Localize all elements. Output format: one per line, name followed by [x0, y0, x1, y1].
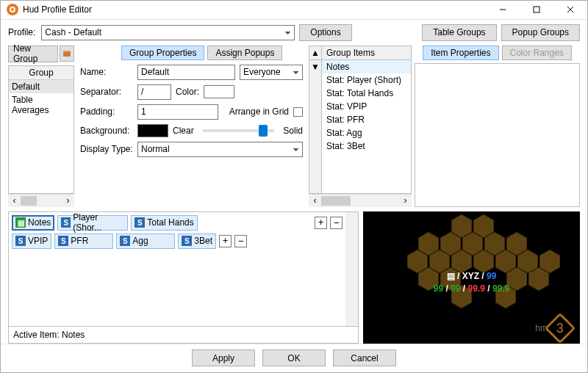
- group-item[interactable]: Stat: Total Hands: [322, 87, 411, 100]
- background-label: Background:: [80, 126, 137, 136]
- title-bar: Hud Profile Editor: [1, 1, 587, 20]
- stat-icon: S: [120, 236, 130, 246]
- preview-vpip: 99: [434, 283, 443, 294]
- stat-icon: S: [135, 217, 145, 228]
- delete-group-button[interactable]: [60, 46, 74, 62]
- scroll-right-icon[interactable]: ›: [62, 195, 74, 207]
- tab-group-properties[interactable]: Group Properties: [121, 46, 204, 60]
- preview-notes-icon: ▤: [447, 271, 455, 281]
- group-list-item[interactable]: Default: [9, 80, 74, 93]
- preview-player-name: XYZ: [462, 271, 479, 281]
- apply-button[interactable]: Apply: [192, 350, 255, 366]
- stat-chip[interactable]: S 3Bet: [178, 233, 216, 249]
- scroll-right-icon[interactable]: ›: [399, 195, 412, 207]
- profile-select[interactable]: Cash - Default: [41, 25, 295, 40]
- item-properties-panel: [415, 63, 580, 207]
- arrange-grid-checkbox[interactable]: [293, 107, 303, 117]
- move-item-up-button[interactable]: ▲: [309, 46, 321, 60]
- separator-input[interactable]: [137, 84, 171, 100]
- stat-chip-notes[interactable]: ▤ Notes: [12, 215, 54, 231]
- hm3-logo: hm 3: [535, 317, 571, 339]
- group-item[interactable]: Stat: PFR: [322, 113, 411, 126]
- svg-point-1: [11, 8, 14, 11]
- stat-chip[interactable]: S Player (Shor...: [57, 215, 128, 231]
- close-button[interactable]: [553, 1, 587, 19]
- clear-label: Clear: [173, 126, 194, 136]
- svg-marker-25: [528, 267, 549, 291]
- minimize-button[interactable]: [486, 1, 520, 19]
- cancel-button[interactable]: Cancel: [333, 350, 396, 366]
- svg-rect-6: [63, 52, 71, 57]
- popup-groups-button[interactable]: Popup Groups: [501, 24, 580, 41]
- remove-column-button[interactable]: −: [330, 217, 343, 229]
- options-button[interactable]: Options: [299, 24, 351, 41]
- group-list-hscroll[interactable]: ‹ ›: [8, 194, 74, 207]
- group-items-hscroll[interactable]: ‹ ›: [309, 194, 412, 207]
- group-items-header: Group Items: [321, 46, 412, 60]
- separator-label: Separator:: [80, 87, 137, 97]
- ok-button[interactable]: OK: [262, 350, 326, 366]
- tab-item-properties[interactable]: Item Properties: [423, 46, 498, 60]
- color-picker[interactable]: [204, 85, 234, 98]
- window-title: Hud Profile Editor: [23, 4, 486, 15]
- preview-agg: 99.9: [468, 283, 485, 294]
- tab-assign-popups[interactable]: Assign Popups: [207, 46, 282, 60]
- profile-label: Profile:: [8, 27, 35, 37]
- layout-vscroll[interactable]: [345, 212, 358, 326]
- background-color-picker[interactable]: [137, 124, 168, 137]
- opacity-slider[interactable]: [203, 129, 275, 132]
- group-items-list: ▼ Notes Stat: Player (Short) Stat: Total…: [309, 60, 412, 194]
- group-item[interactable]: Stat: Player (Short): [322, 73, 411, 87]
- hud-preview: ▤ / XYZ / 99 99 / 99 / 99.9 / 99.9 hm: [363, 211, 580, 344]
- group-list-item[interactable]: Table Averages: [9, 93, 74, 117]
- preview-pfr: 99: [451, 283, 460, 294]
- group-list-header: Group: [9, 66, 74, 80]
- arrange-grid-label: Arrange in Grid: [229, 106, 289, 117]
- preview-3bet: 99.9: [492, 283, 509, 294]
- stat-chip[interactable]: S VPIP: [12, 233, 51, 249]
- app-icon: [7, 4, 18, 15]
- move-item-down-button[interactable]: ▼: [309, 60, 322, 193]
- name-input[interactable]: [137, 65, 235, 80]
- color-label: Color:: [176, 87, 199, 97]
- stat-icon: S: [61, 217, 71, 228]
- active-item-label: Active Item: Notes: [9, 326, 358, 343]
- group-item[interactable]: Stat: Agg: [322, 126, 411, 140]
- padding-input[interactable]: [137, 104, 218, 120]
- preview-hands: 99: [487, 271, 496, 281]
- name-label: Name:: [80, 67, 137, 77]
- tab-color-ranges[interactable]: Color Ranges: [502, 46, 572, 60]
- maximize-button[interactable]: [520, 1, 553, 19]
- stat-icon: S: [182, 236, 192, 246]
- add-column-button[interactable]: +: [315, 217, 327, 229]
- stat-icon: S: [15, 236, 26, 246]
- svg-rect-7: [63, 51, 71, 52]
- padding-label: Padding:: [80, 106, 137, 117]
- table-groups-button[interactable]: Table Groups: [422, 24, 496, 41]
- stat-chip[interactable]: S PFR: [54, 233, 113, 249]
- add-column-button[interactable]: +: [219, 235, 232, 247]
- stat-chip[interactable]: S Total Hands: [131, 215, 197, 231]
- svg-marker-18: [473, 250, 494, 273]
- notes-icon: ▤: [15, 217, 26, 228]
- group-item[interactable]: Notes: [322, 60, 411, 73]
- group-item[interactable]: Stat: VPIP: [322, 100, 411, 113]
- stat-chip[interactable]: S Agg: [116, 233, 175, 249]
- solid-label: Solid: [283, 126, 303, 136]
- display-type-select[interactable]: Normal: [137, 142, 303, 157]
- scroll-left-icon[interactable]: ‹: [8, 195, 21, 207]
- new-group-button[interactable]: New Group: [8, 46, 58, 62]
- scope-select[interactable]: Everyone: [240, 65, 303, 80]
- scroll-left-icon[interactable]: ‹: [309, 195, 321, 207]
- group-item[interactable]: Stat: 3Bet: [322, 140, 411, 153]
- stat-icon: S: [58, 236, 68, 246]
- svg-rect-3: [534, 7, 539, 12]
- group-list: Group Default Table Averages: [8, 65, 74, 194]
- display-type-label: Display Type:: [80, 144, 137, 154]
- layout-pane: ▤ Notes S Player (Shor... S Total Hands: [8, 211, 359, 344]
- remove-column-button[interactable]: −: [234, 235, 247, 247]
